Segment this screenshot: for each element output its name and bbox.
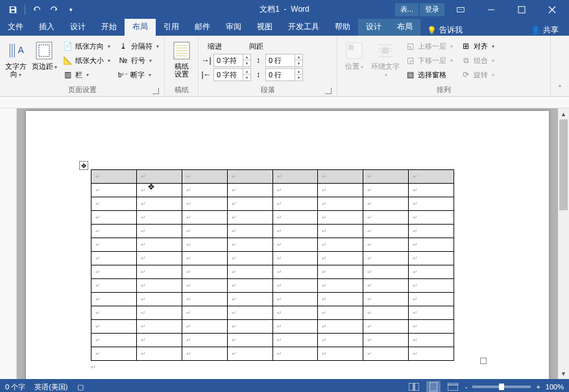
margins-button[interactable]: 页边距: [31, 39, 57, 71]
table-cell[interactable]: [272, 347, 318, 361]
scroll-track[interactable]: [558, 119, 569, 368]
table-row[interactable]: [91, 334, 454, 347]
zoom-out-button[interactable]: -: [465, 383, 468, 391]
table-cell[interactable]: [182, 265, 227, 279]
table-resize-handle[interactable]: [480, 358, 487, 364]
document-table[interactable]: [91, 169, 454, 361]
table-cell[interactable]: [409, 170, 454, 184]
table-row[interactable]: [91, 170, 454, 184]
breaks-button[interactable]: ⤓分隔符: [115, 39, 162, 53]
indent-left-input[interactable]: [214, 56, 243, 64]
spin-up[interactable]: ▲: [243, 69, 250, 75]
table-cell[interactable]: [318, 334, 363, 347]
table-cell[interactable]: [409, 238, 454, 252]
table-cell[interactable]: [91, 306, 137, 320]
table-cell[interactable]: [91, 170, 137, 184]
tell-me-search[interactable]: 💡 告诉我: [420, 25, 469, 36]
table-cell[interactable]: [91, 238, 137, 252]
tab-review[interactable]: 审阅: [218, 18, 249, 36]
table-cell[interactable]: [227, 238, 272, 252]
tab-references[interactable]: 引用: [156, 18, 187, 36]
table-cell[interactable]: [318, 279, 363, 293]
columns-button[interactable]: ▥栏: [60, 67, 113, 82]
table-cell[interactable]: [182, 279, 227, 293]
table-row[interactable]: [91, 320, 454, 334]
table-cell[interactable]: [182, 306, 227, 320]
table-cell[interactable]: [409, 306, 454, 320]
table-move-handle[interactable]: ✥: [79, 161, 88, 170]
scroll-thumb[interactable]: [559, 119, 568, 210]
table-cell[interactable]: [318, 238, 363, 252]
table-cell[interactable]: [91, 252, 137, 265]
table-cell[interactable]: [136, 170, 182, 184]
sign-in-button[interactable]: 登录: [420, 3, 444, 16]
spin-up[interactable]: ▲: [295, 69, 302, 75]
table-cell[interactable]: [227, 197, 272, 211]
redo-button[interactable]: [46, 2, 62, 18]
space-before-spinner[interactable]: ▲▼: [265, 54, 303, 67]
table-cell[interactable]: [272, 184, 318, 197]
table-cell[interactable]: [363, 293, 409, 306]
tab-help[interactable]: 帮助: [327, 18, 358, 36]
table-cell[interactable]: [363, 320, 409, 334]
table-cell[interactable]: [136, 252, 182, 265]
table-cell[interactable]: [136, 238, 182, 252]
table-cell[interactable]: [363, 238, 409, 252]
read-mode-button[interactable]: [407, 381, 421, 392]
table-cell[interactable]: [136, 225, 182, 238]
table-cell[interactable]: [91, 293, 137, 306]
table-cell[interactable]: [182, 197, 227, 211]
manuscript-settings-button[interactable]: 稿纸 设置: [167, 39, 195, 78]
table-cell[interactable]: [182, 252, 227, 265]
table-cell[interactable]: [182, 211, 227, 225]
space-after-spinner[interactable]: ▲▼: [265, 68, 303, 81]
table-cell[interactable]: [136, 306, 182, 320]
table-cell[interactable]: [227, 293, 272, 306]
table-cell[interactable]: [182, 184, 227, 197]
table-cell[interactable]: [363, 334, 409, 347]
table-cell[interactable]: [409, 197, 454, 211]
table-cell[interactable]: [318, 265, 363, 279]
table-cell[interactable]: [227, 347, 272, 361]
align-button[interactable]: ⊞对齐: [458, 39, 497, 53]
table-row[interactable]: [91, 347, 454, 361]
table-cell[interactable]: [91, 320, 137, 334]
spin-down[interactable]: ▼: [295, 75, 302, 80]
table-cell[interactable]: [136, 197, 182, 211]
table-cell[interactable]: [91, 211, 137, 225]
table-cell[interactable]: [136, 334, 182, 347]
table-cell[interactable]: [409, 252, 454, 265]
table-cell[interactable]: [182, 225, 227, 238]
tab-design[interactable]: 设计: [62, 18, 93, 36]
table-row[interactable]: [91, 184, 454, 197]
table-cell[interactable]: [409, 225, 454, 238]
table-cell[interactable]: [227, 170, 272, 184]
size-button[interactable]: 📐纸张大小: [60, 53, 113, 67]
table-cell[interactable]: [136, 347, 182, 361]
table-cell[interactable]: [227, 306, 272, 320]
save-button[interactable]: [5, 2, 21, 18]
word-count[interactable]: 0 个字: [5, 382, 25, 392]
table-cell[interactable]: [318, 225, 363, 238]
table-cell[interactable]: [227, 184, 272, 197]
table-cell[interactable]: [227, 225, 272, 238]
table-row[interactable]: [91, 279, 454, 293]
table-cell[interactable]: [227, 252, 272, 265]
table-cell[interactable]: [363, 170, 409, 184]
table-cell[interactable]: [136, 184, 182, 197]
table-cell[interactable]: [318, 293, 363, 306]
selection-pane-button[interactable]: ▤选择窗格: [402, 67, 455, 82]
table-cell[interactable]: [272, 334, 318, 347]
print-layout-button[interactable]: [426, 381, 441, 392]
table-cell[interactable]: [272, 211, 318, 225]
indent-left-spinner[interactable]: ▲▼: [213, 54, 251, 67]
table-cell[interactable]: [409, 211, 454, 225]
ribbon-display-options-button[interactable]: [446, 0, 475, 19]
table-row[interactable]: [91, 265, 454, 279]
table-row[interactable]: [91, 225, 454, 238]
table-cell[interactable]: [318, 320, 363, 334]
table-cell[interactable]: [227, 211, 272, 225]
table-cell[interactable]: [318, 347, 363, 361]
table-cell[interactable]: [136, 320, 182, 334]
table-cell[interactable]: [409, 347, 454, 361]
